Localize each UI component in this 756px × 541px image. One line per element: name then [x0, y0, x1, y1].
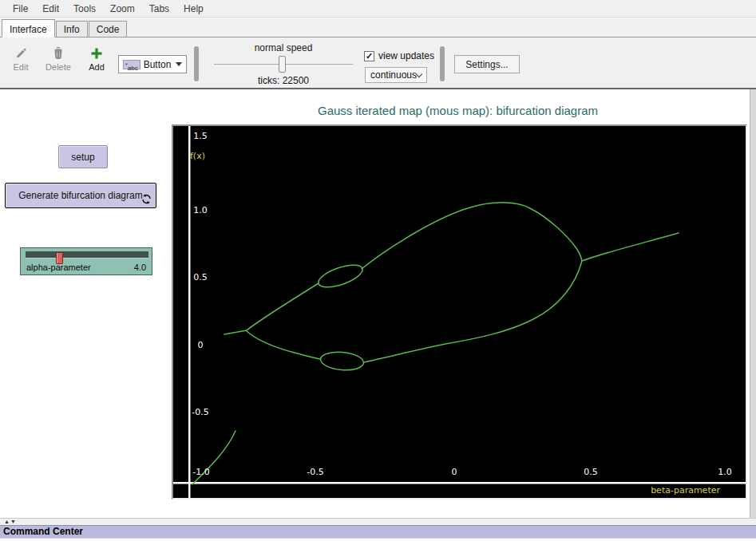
toolbar-separator [194, 46, 199, 81]
edit-button-label: Edit [6, 62, 35, 72]
netlogo-window: File Edit Tools Zoom Tabs Help Interface… [0, 0, 756, 541]
plot-x-axis-line [173, 482, 746, 484]
view-updates-control: ✓ view updates [364, 50, 434, 61]
alpha-parameter-slider[interactable]: alpha-parameter 4.0 [20, 247, 152, 275]
dropdown-arrow-icon [176, 62, 182, 66]
view-updates-checkbox[interactable]: ✓ [364, 51, 374, 61]
delete-button-label: Delete [42, 62, 75, 72]
button-widget-icon: *abc [123, 60, 141, 69]
setup-button[interactable]: setup [58, 145, 108, 168]
tab-info[interactable]: Info [56, 21, 88, 37]
add-button-label: Add [82, 62, 111, 72]
command-center-splitter[interactable]: ▲▼ [0, 518, 756, 525]
generate-button-label: Generate bifurcation diagram [18, 190, 142, 201]
ytick-0: 0 [186, 340, 215, 350]
forever-loop-icon [141, 194, 152, 204]
trash-icon [52, 47, 65, 60]
xtick-0: 0 [438, 467, 470, 477]
toolbar-separator-2 [440, 46, 445, 81]
speed-slider-label: normal speed [209, 42, 358, 53]
pencil-icon [14, 47, 27, 60]
speed-slider-thumb[interactable] [279, 56, 286, 73]
menu-zoom[interactable]: Zoom [104, 2, 141, 16]
tab-code[interactable]: Code [89, 21, 128, 37]
xtick-1.0: 1.0 [709, 467, 741, 477]
slider-track[interactable] [26, 251, 148, 259]
widget-type-dropdown[interactable]: *abc Button [118, 55, 187, 73]
menu-help[interactable]: Help [177, 2, 210, 16]
splitter-arrows-icon[interactable]: ▲▼ [4, 519, 17, 525]
ytick-1.5: 1.5 [186, 131, 215, 141]
plot-y-axis-line [188, 126, 191, 498]
chevron-down-icon [416, 70, 422, 77]
command-center-body[interactable] [0, 538, 756, 541]
xtick-0.5: 0.5 [575, 467, 607, 477]
xtick--0.5: -0.5 [299, 467, 331, 477]
slider-value: 4.0 [134, 263, 146, 272]
add-button[interactable]: Add [82, 47, 111, 72]
settings-button[interactable]: Settings... [454, 55, 520, 73]
ytick--0.5: -0.5 [186, 407, 215, 417]
right-edge-strip [750, 89, 756, 518]
slider-label: alpha-parameter [26, 263, 91, 272]
plus-icon [90, 47, 103, 60]
plot-curve-svg [173, 126, 746, 498]
generate-bifurcation-button[interactable]: Generate bifurcation diagram [5, 183, 156, 208]
plot-xlabel: beta-parameter [651, 485, 720, 496]
menu-tools[interactable]: Tools [67, 2, 102, 16]
bifurcation-plot: f(x) 1.5 1.0 0.5 0 -0.5 -1.0 -0.5 0 0.5 … [172, 124, 747, 500]
ytick-0.5: 0.5 [186, 272, 215, 282]
command-center-header[interactable]: Command Center [0, 525, 756, 538]
delete-button[interactable]: Delete [42, 47, 75, 72]
model-title: Gauss iterated map (mous map): bifurcati… [172, 104, 744, 117]
setup-button-label: setup [71, 152, 94, 163]
plot-ylabel: f(x) [190, 151, 205, 161]
ytick-1.0: 1.0 [186, 205, 215, 215]
command-center-title: Command Center [3, 526, 83, 537]
widget-type-value: Button [144, 59, 172, 70]
menu-bar: File Edit Tools Zoom Tabs Help [0, 0, 756, 18]
tab-interface[interactable]: Interface [2, 19, 55, 38]
plot-canvas-area: f(x) 1.5 1.0 0.5 0 -0.5 -1.0 -0.5 0 0.5 … [173, 126, 746, 498]
menu-file[interactable]: File [6, 2, 34, 16]
interface-canvas: Gauss iterated map (mous map): bifurcati… [0, 89, 756, 518]
update-mode-value: continuous [370, 69, 417, 81]
tab-bar: Interface Info Code [0, 18, 756, 37]
menu-tabs[interactable]: Tabs [143, 2, 176, 16]
edit-button[interactable]: Edit [6, 47, 35, 72]
ticks-counter: ticks: 22500 [209, 75, 358, 86]
view-updates-label: view updates [378, 50, 434, 61]
menu-edit[interactable]: Edit [36, 2, 65, 16]
xtick--1.0: -1.0 [185, 467, 217, 477]
update-mode-dropdown[interactable]: continuous [365, 67, 427, 83]
toolbar: Edit Delete Add *abc Button n [0, 37, 756, 89]
